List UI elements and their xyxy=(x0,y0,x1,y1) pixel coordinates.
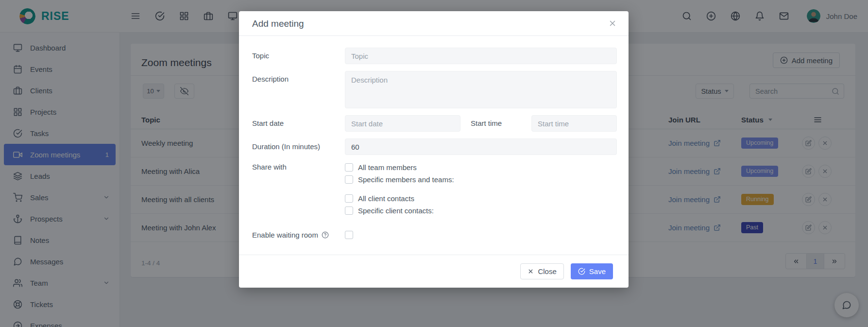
checkbox-label: Specific client contacts: xyxy=(358,207,434,215)
share-with-group: All team membersSpecific members and tea… xyxy=(345,162,454,186)
share-with-label: Share with xyxy=(252,162,345,224)
close-button-label: Close xyxy=(538,267,556,275)
description-label: Description xyxy=(252,71,345,108)
checkbox-specific-client-contacts[interactable] xyxy=(345,207,353,215)
checkbox-row: Specific members and teams: xyxy=(345,174,454,185)
save-button[interactable]: Save xyxy=(571,263,613,279)
description-input[interactable] xyxy=(345,71,617,108)
check-circle-icon xyxy=(578,268,585,275)
close-button[interactable]: Close xyxy=(520,263,563,279)
duration-input[interactable] xyxy=(345,138,617,155)
start-time-input[interactable] xyxy=(531,115,617,132)
checkbox-label: All team members xyxy=(358,163,417,172)
checkbox-specific-members-and-teams[interactable] xyxy=(345,175,353,184)
checkbox-row: All client contacts xyxy=(345,193,454,204)
waiting-room-label: Enable waiting room xyxy=(252,231,318,239)
x-icon xyxy=(528,268,534,275)
add-meeting-modal: Add meeting Topic Description Start date… xyxy=(239,11,629,288)
start-date-label: Start date xyxy=(252,115,345,132)
checkbox-all-client-contacts[interactable] xyxy=(345,194,353,203)
waiting-room-checkbox[interactable] xyxy=(345,231,353,239)
start-date-input[interactable] xyxy=(345,115,460,132)
checkbox-all-team-members[interactable] xyxy=(345,163,353,172)
checkbox-label: Specific members and teams: xyxy=(358,175,454,184)
checkbox-row: All team members xyxy=(345,162,454,172)
start-time-label: Start time xyxy=(460,115,531,132)
checkbox-label: All client contacts xyxy=(358,194,414,203)
topic-label: Topic xyxy=(252,48,345,64)
checkbox-row: Specific client contacts: xyxy=(345,205,454,216)
modal-title: Add meeting xyxy=(252,18,304,29)
save-button-label: Save xyxy=(589,267,606,275)
share-with-group: All client contactsSpecific client conta… xyxy=(345,193,454,217)
duration-label: Duration (In minutes) xyxy=(252,138,345,155)
topic-input[interactable] xyxy=(345,48,617,64)
modal-close-icon[interactable] xyxy=(607,18,618,29)
help-circle-icon[interactable] xyxy=(322,231,329,239)
